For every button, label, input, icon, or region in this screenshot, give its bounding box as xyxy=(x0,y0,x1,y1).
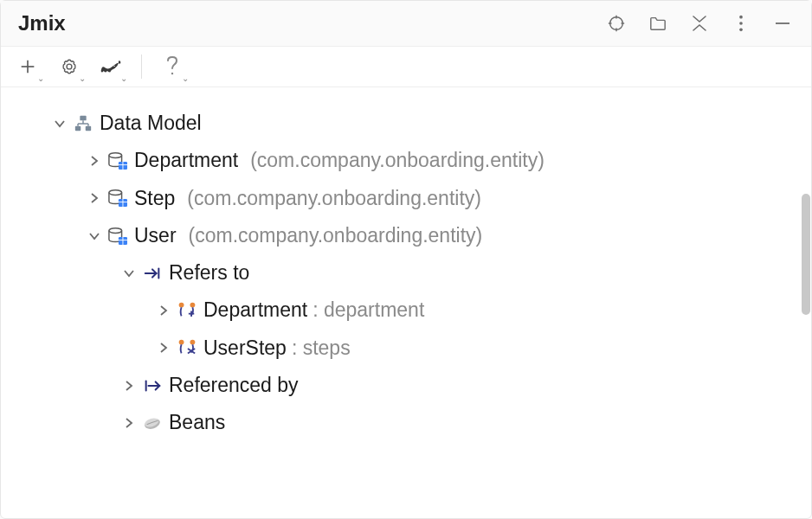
node-property: : department xyxy=(313,299,424,321)
toolbar: ⌄ ⌄ ⌄ ⌄ xyxy=(1,47,811,87)
entity-icon xyxy=(105,151,131,170)
data-model-icon xyxy=(70,114,96,133)
node-label: Department xyxy=(203,299,307,321)
tree-node-entity[interactable]: Step (com.company.onboarding.entity) xyxy=(10,180,802,217)
node-label: UserStep xyxy=(203,337,287,359)
chevron-right-icon[interactable] xyxy=(119,417,139,429)
jmix-tool-window: Jmix xyxy=(0,0,812,519)
svg-point-6 xyxy=(739,22,743,25)
help-button[interactable]: ⌄ xyxy=(158,52,187,81)
bean-icon xyxy=(139,415,165,431)
tree-node-entity[interactable]: User (com.company.onboarding.entity) xyxy=(10,217,802,254)
node-label: Data Model xyxy=(100,112,202,134)
svg-point-11 xyxy=(67,64,72,69)
chevron-down-icon[interactable] xyxy=(49,118,70,130)
entity-icon xyxy=(105,227,131,246)
panel-title: Jmix xyxy=(18,11,605,35)
toolbar-divider xyxy=(141,54,142,79)
tree-node-entity[interactable]: Department (com.company.onboarding.entit… xyxy=(10,142,802,179)
refers-to-icon xyxy=(139,266,165,281)
svg-point-39 xyxy=(190,340,195,345)
tree-node-beans[interactable]: Beans xyxy=(10,404,802,441)
svg-rect-15 xyxy=(86,125,91,131)
svg-point-34 xyxy=(179,303,184,308)
node-package: (com.company.onboarding.entity) xyxy=(187,188,481,209)
svg-rect-14 xyxy=(75,125,81,131)
svg-point-0 xyxy=(610,17,623,30)
gradle-button[interactable]: ⌄ xyxy=(96,52,126,81)
node-label: Step xyxy=(134,188,175,209)
one-to-many-icon xyxy=(174,301,200,320)
tree-node-data-model[interactable]: Data Model xyxy=(10,105,802,142)
more-icon[interactable] xyxy=(730,12,752,35)
svg-rect-13 xyxy=(80,115,86,120)
tree-node-refers-to[interactable]: Refers to xyxy=(10,254,802,292)
header-actions xyxy=(605,12,794,35)
chevron-right-icon[interactable] xyxy=(153,304,174,317)
node-label: Referenced by xyxy=(169,375,299,396)
node-package: (com.company.onboarding.entity) xyxy=(250,150,545,171)
chevron-right-icon[interactable] xyxy=(84,192,105,204)
svg-point-12 xyxy=(171,73,173,74)
svg-point-35 xyxy=(190,303,195,308)
collapse-icon[interactable] xyxy=(688,12,711,35)
many-to-many-icon xyxy=(174,338,200,357)
chevron-down-icon[interactable] xyxy=(84,230,105,242)
node-label: Department xyxy=(134,150,238,171)
tree-node-reference[interactable]: UserStep : steps xyxy=(10,330,802,367)
svg-point-38 xyxy=(179,340,184,345)
svg-point-28 xyxy=(109,227,122,233)
folder-icon[interactable] xyxy=(647,12,669,35)
tree-view[interactable]: Data Model Department (com.company.onboa… xyxy=(1,87,811,518)
node-property: : steps xyxy=(292,337,351,359)
entity-icon xyxy=(105,189,131,208)
svg-point-5 xyxy=(739,16,743,19)
add-button[interactable]: ⌄ xyxy=(13,52,42,81)
svg-point-20 xyxy=(109,153,122,158)
scrollbar-thumb[interactable] xyxy=(802,194,810,315)
svg-point-24 xyxy=(109,190,122,195)
chevron-right-icon[interactable] xyxy=(119,380,139,392)
tree-node-reference[interactable]: Department : department xyxy=(10,292,802,329)
tree-node-referenced-by[interactable]: Referenced by xyxy=(10,367,802,404)
target-icon[interactable] xyxy=(605,12,628,35)
chevron-down-icon[interactable] xyxy=(119,267,139,279)
svg-point-7 xyxy=(739,29,743,32)
panel-header: Jmix xyxy=(1,1,811,47)
referenced-by-icon xyxy=(139,378,165,394)
node-label: User xyxy=(134,225,177,247)
settings-button[interactable]: ⌄ xyxy=(55,52,84,81)
node-label: Beans xyxy=(169,412,225,433)
chevron-right-icon[interactable] xyxy=(84,155,105,167)
node-package: (com.company.onboarding.entity) xyxy=(189,225,483,247)
chevron-right-icon[interactable] xyxy=(153,342,174,354)
minimize-icon[interactable] xyxy=(771,12,794,35)
node-label: Refers to xyxy=(169,262,249,284)
